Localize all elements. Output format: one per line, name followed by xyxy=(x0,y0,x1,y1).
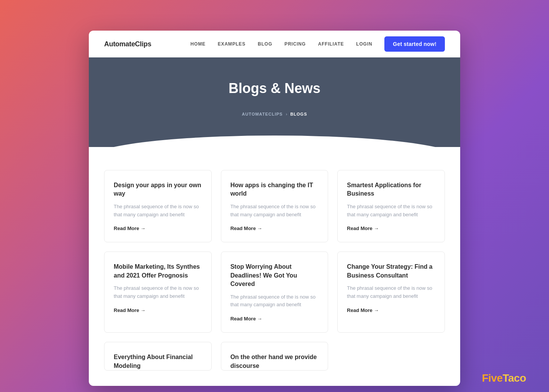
read-more-link[interactable]: Read More → xyxy=(114,307,202,313)
card-title: Everything About Financial Modeling xyxy=(114,353,202,370)
blog-card: Mobile Marketing, Its Synthes and 2021 O… xyxy=(104,252,212,333)
read-more-link[interactable]: Read More → xyxy=(347,307,435,313)
read-more-link[interactable]: Read More → xyxy=(114,225,202,231)
card-excerpt: The phrasal sequence of the is now so th… xyxy=(347,284,435,301)
nav-pricing[interactable]: PRICING xyxy=(284,41,306,47)
card-excerpt: The phrasal sequence of the is now so th… xyxy=(230,203,319,219)
hero-section: Blogs & News AUTOMATECLIPS › BLOGS xyxy=(89,57,460,147)
breadcrumb-home[interactable]: AUTOMATECLIPS xyxy=(242,112,283,116)
read-more-link[interactable]: Read More → xyxy=(230,316,319,322)
card-title: Stop Worrying About Deadlines! We Got Yo… xyxy=(230,263,319,288)
blog-card: Stop Worrying About Deadlines! We Got Yo… xyxy=(221,252,328,333)
nav-examples[interactable]: EXAMPLES xyxy=(218,41,245,47)
card-title: Mobile Marketing, Its Synthes and 2021 O… xyxy=(114,263,202,280)
blog-card: Change Your Strategy: Find a Business Co… xyxy=(337,252,445,333)
cta-button[interactable]: Get started now! xyxy=(384,36,445,52)
nav-affiliate[interactable]: AFFILIATE xyxy=(318,41,344,47)
card-title: Change Your Strategy: Find a Business Co… xyxy=(347,263,435,280)
card-title: How apps is changing the IT world xyxy=(230,181,319,198)
footer-brand-second: Taco xyxy=(503,372,526,384)
blog-grid-row3: Everything About Financial Modeling On t… xyxy=(104,342,445,371)
card-excerpt: The phrasal sequence of the is now so th… xyxy=(230,293,319,309)
footer-brand-first: Five xyxy=(482,372,503,384)
blog-grid-row1: Design your apps in your own way The phr… xyxy=(104,170,445,242)
nav-login[interactable]: LOGIN xyxy=(356,41,372,47)
breadcrumb-separator: › xyxy=(286,112,287,116)
blog-card: Smartest Applications for Business The p… xyxy=(337,170,445,242)
hero-title: Blogs & News xyxy=(104,80,445,96)
site-logo: AutomateClips xyxy=(104,40,151,48)
blog-card: Design your apps in your own way The phr… xyxy=(104,170,212,242)
card-excerpt: The phrasal sequence of the is now so th… xyxy=(347,203,435,219)
blog-card: How apps is changing the IT world The ph… xyxy=(221,170,328,242)
empty-card xyxy=(337,342,445,371)
card-excerpt: The phrasal sequence of the is now so th… xyxy=(114,284,202,301)
browser-window: AutomateClips HOME EXAMPLES BLOG PRICING… xyxy=(89,31,460,386)
footer-brand: FiveTaco xyxy=(482,372,526,384)
breadcrumb-current: BLOGS xyxy=(290,112,307,116)
card-title: Design your apps in your own way xyxy=(114,181,202,198)
nav-blog[interactable]: BLOG xyxy=(258,41,272,47)
site-header: AutomateClips HOME EXAMPLES BLOG PRICING… xyxy=(89,31,460,57)
site-nav: HOME EXAMPLES BLOG PRICING AFFILIATE LOG… xyxy=(191,36,445,52)
blog-grid-row2: Mobile Marketing, Its Synthes and 2021 O… xyxy=(104,252,445,333)
breadcrumb: AUTOMATECLIPS › BLOGS xyxy=(104,112,445,116)
card-excerpt: The phrasal sequence of the is now so th… xyxy=(114,203,202,219)
footer: FiveTaco xyxy=(482,372,526,384)
read-more-link[interactable]: Read More → xyxy=(230,225,319,231)
read-more-link[interactable]: Read More → xyxy=(347,225,435,231)
content-section: Design your apps in your own way The phr… xyxy=(89,147,460,386)
card-title: Smartest Applications for Business xyxy=(347,181,435,198)
nav-home[interactable]: HOME xyxy=(191,41,206,47)
blog-card-partial: On the other hand we provide discourse xyxy=(221,342,328,371)
blog-card-partial: Everything About Financial Modeling xyxy=(104,342,212,371)
card-title: On the other hand we provide discourse xyxy=(230,353,319,370)
